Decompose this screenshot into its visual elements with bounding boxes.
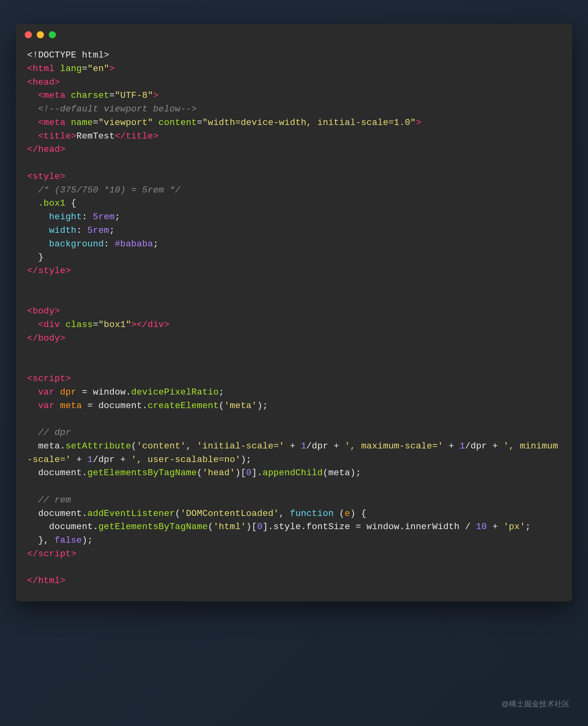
code-line: <meta [38, 117, 66, 128]
code-comment: /* (375/750 *10) = 5rem */ [38, 185, 180, 195]
code-content: <!DOCTYPE html> <html lang="en"> <head> … [16, 43, 572, 601]
watermark: @稀土掘金技术社区 [501, 699, 570, 709]
code-line: <script> [27, 373, 71, 384]
code-line: height [49, 212, 82, 222]
code-line: document. [49, 522, 98, 532]
code-line: }, [38, 535, 54, 545]
code-line: document. [38, 508, 87, 519]
zoom-icon[interactable] [49, 31, 56, 38]
code-comment: // dpr [38, 427, 71, 438]
code-line: var [38, 401, 54, 411]
code-line: <style> [27, 171, 66, 182]
close-icon[interactable] [25, 31, 32, 38]
code-line: <head> [27, 77, 60, 87]
code-line: document. [38, 468, 87, 478]
code-line: </style> [27, 266, 71, 276]
code-line: </html> [27, 575, 66, 586]
code-line: </script> [27, 549, 76, 559]
code-line: </head> [27, 144, 66, 155]
code-line: </body> [27, 333, 66, 343]
code-line: meta. [38, 441, 66, 451]
code-comment: <!--default viewport below--> [38, 104, 197, 114]
code-line: <title> [38, 131, 76, 141]
code-line: <!DOCTYPE html> [27, 50, 109, 60]
code-line: <html [27, 63, 55, 74]
window-titlebar [16, 24, 572, 43]
code-line: } [38, 252, 44, 262]
code-line: .box1 [38, 198, 66, 208]
minimize-icon[interactable] [37, 31, 44, 38]
code-line: <meta [38, 90, 66, 101]
code-line: background [49, 239, 104, 249]
code-comment: // rem [38, 495, 71, 505]
code-line: <body> [27, 306, 60, 316]
code-line: width [49, 225, 77, 236]
code-line: <div [38, 319, 60, 330]
code-line: var [38, 387, 54, 397]
code-editor-window: <!DOCTYPE html> <html lang="en"> <head> … [16, 24, 572, 601]
